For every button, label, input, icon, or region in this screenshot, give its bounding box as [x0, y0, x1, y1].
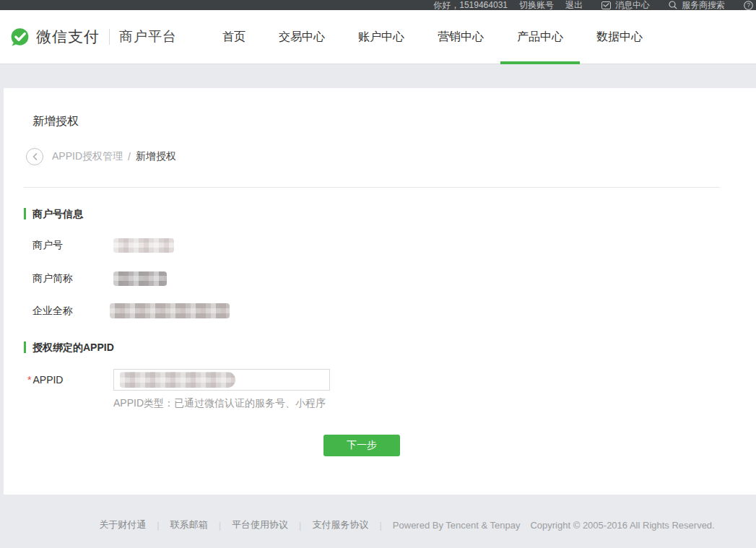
merchant-id-value-redacted	[113, 238, 174, 253]
wechat-pay-icon	[10, 27, 30, 47]
breadcrumb-parent-link[interactable]: APPID授权管理	[52, 150, 123, 163]
company-fullname-label: 企业全称	[32, 305, 113, 318]
search-icon	[669, 1, 677, 9]
user-greeting: 你好，1519464031	[433, 0, 508, 10]
switch-account-link[interactable]: 切换账号	[519, 0, 554, 10]
question-icon: ?	[744, 1, 753, 10]
footer-link-platform-agreement[interactable]: 平台使用协议	[232, 518, 288, 531]
footer-powered-by: Powered By Tencent & Tenpay	[393, 520, 521, 531]
nav-item-account-center[interactable]: 账户中心	[342, 10, 421, 64]
footer-separator: |	[299, 520, 301, 531]
company-fullname-row: 企业全称	[32, 303, 720, 318]
breadcrumb-current: 新增授权	[136, 150, 176, 163]
merchant-id-label: 商户号	[32, 239, 113, 252]
content-card: 新增授权 APPID授权管理 / 新增授权 商户号信息 商户号 商户简称 企业全…	[4, 88, 756, 495]
footer-link-contact-email[interactable]: 联系邮箱	[170, 518, 208, 531]
logo-divider	[109, 29, 110, 45]
footer-separator: |	[379, 520, 381, 531]
nav-item-trade-center[interactable]: 交易中心	[262, 10, 342, 64]
sp-search-link[interactable]: 服务商搜索	[669, 0, 725, 10]
appid-form-row: *APPID	[27, 369, 720, 391]
merchant-shortname-label: 商户简称	[32, 272, 113, 285]
appid-value-redacted	[120, 372, 235, 388]
message-center-link[interactable]: 消息中心	[601, 0, 650, 10]
nav-item-marketing-center[interactable]: 营销中心	[421, 10, 500, 64]
nav-item-product-center[interactable]: 产品中心	[500, 10, 580, 64]
appid-hint-text: APPID类型：已通过微信认证的服务号、小程序	[113, 397, 720, 410]
footer-copyright: Copyright © 2005-2016 All Rights Reserve…	[530, 520, 714, 531]
footer: 关于财付通 | 联系邮箱 | 平台使用协议 | 支付服务协议 | Powered…	[0, 518, 756, 531]
company-fullname-value-redacted	[110, 303, 230, 318]
logout-link[interactable]: 退出	[565, 0, 583, 10]
header: 微信支付 商户平台 首页 交易中心 账户中心 营销中心 产品中心 数据中心	[0, 10, 756, 64]
section-title-merchant-info: 商户号信息	[24, 208, 720, 219]
footer-link-about-tenpay[interactable]: 关于财付通	[99, 518, 146, 531]
breadcrumb: APPID授权管理 / 新增授权	[26, 148, 720, 165]
appid-input[interactable]	[113, 369, 330, 391]
footer-link-payment-agreement[interactable]: 支付服务协议	[312, 518, 368, 531]
topbar: 你好，1519464031 切换账号 退出 消息中心 服务商搜索 ? 帮助	[0, 0, 756, 10]
brand-logo[interactable]: 微信支付 商户平台	[10, 27, 177, 47]
nav-item-data-center[interactable]: 数据中心	[580, 10, 659, 64]
help-link[interactable]: ? 帮助	[744, 0, 756, 10]
svg-text:?: ?	[747, 1, 750, 9]
appid-label: *APPID	[27, 374, 113, 386]
section-title-appid-binding: 授权绑定的APPID	[24, 342, 720, 353]
next-step-button[interactable]: 下一步	[323, 435, 400, 456]
section-divider	[24, 187, 720, 188]
footer-separator: |	[157, 520, 159, 531]
main-area: 新增授权 APPID授权管理 / 新增授权 商户号信息 商户号 商户简称 企业全…	[0, 88, 756, 548]
required-asterisk: *	[27, 374, 31, 386]
brand-name: 微信支付	[36, 27, 100, 47]
footer-separator: |	[219, 520, 221, 531]
envelope-icon	[601, 1, 611, 9]
breadcrumb-separator: /	[128, 151, 131, 162]
platform-name: 商户平台	[119, 27, 177, 46]
main-nav: 首页 交易中心 账户中心 营销中心 产品中心 数据中心	[206, 10, 659, 64]
back-button[interactable]	[26, 148, 43, 165]
page-title: 新增授权	[32, 114, 720, 129]
chevron-left-icon	[32, 152, 38, 161]
merchant-shortname-value-redacted	[113, 271, 167, 286]
nav-item-home[interactable]: 首页	[206, 10, 262, 64]
merchant-id-row: 商户号	[32, 238, 720, 253]
merchant-shortname-row: 商户简称	[32, 271, 720, 286]
